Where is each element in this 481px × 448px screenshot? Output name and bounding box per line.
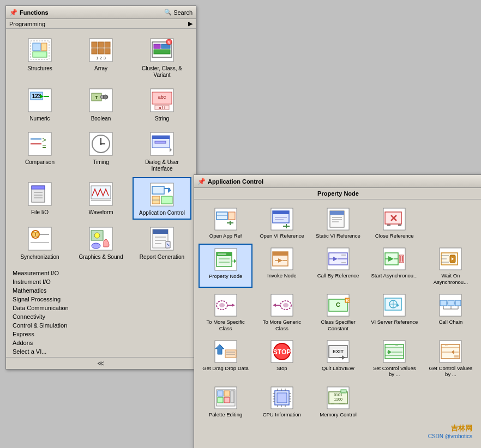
app-control-panel: 📌 Application Control Property Node Open… xyxy=(194,174,481,448)
sidebar-item-numeric[interactable]: 123 Numeric xyxy=(10,83,69,125)
svg-rect-212 xyxy=(231,391,234,403)
svg-rect-3 xyxy=(41,43,47,51)
sidebar-item-cluster[interactable]: V Cluster, Class, & Variant xyxy=(133,33,191,81)
search-button[interactable]: 🔍 Search xyxy=(164,9,193,16)
svg-rect-4 xyxy=(33,52,47,57)
svg-point-76 xyxy=(92,243,100,249)
list-item-signal[interactable]: Signal Processing xyxy=(6,295,196,304)
svg-rect-58 xyxy=(91,186,111,199)
svg-rect-168 xyxy=(440,300,447,306)
svg-point-75 xyxy=(94,233,100,238)
svg-text:0101: 0101 xyxy=(334,393,342,397)
app-item-vi-server[interactable]: VI Server Reference xyxy=(368,290,422,334)
svg-rect-9 xyxy=(92,49,97,54)
app-item-palette-editing[interactable]: Palette Editing xyxy=(199,383,252,420)
app-item-memory-control[interactable]: 0101 1100 ... Memory Control xyxy=(311,383,365,420)
svg-text:V: V xyxy=(168,40,171,44)
sidebar-item-report[interactable]: Report Generation xyxy=(133,222,191,263)
app-item-wait-async[interactable]: Wait On Asynchronou... xyxy=(424,244,478,288)
pin-icon: 📌 xyxy=(9,9,17,16)
app-item-property-node[interactable]: Property Node xyxy=(199,244,252,288)
svg-rect-79 xyxy=(153,229,168,234)
svg-rect-88 xyxy=(229,212,235,220)
programming-subtitle: Programming ▶ xyxy=(6,19,196,29)
list-item-connectivity[interactable]: Connectivity xyxy=(6,312,196,321)
sidebar-item-sync[interactable]: ! Synchronization xyxy=(10,222,69,263)
sidebar-item-graphics[interactable]: Graphics & Sound xyxy=(71,222,130,263)
watermark-text2: CSDN @vrobotics xyxy=(428,433,472,439)
svg-point-29 xyxy=(103,95,107,99)
svg-rect-170 xyxy=(455,300,461,306)
app-item-to-generic[interactable]: To More Generic Class xyxy=(255,290,309,334)
app-item-start-async[interactable]: Start Asynchronou... xyxy=(368,244,422,288)
svg-rect-67 xyxy=(28,227,51,250)
svg-point-153 xyxy=(283,303,288,307)
svg-rect-2 xyxy=(33,43,40,51)
list-item-addons[interactable]: Addons xyxy=(6,338,196,347)
svg-text:STOP: STOP xyxy=(273,348,291,356)
app-item-empty-top xyxy=(424,204,478,241)
sidebar-item-waveform[interactable]: Waveform xyxy=(71,177,130,220)
svg-rect-215 xyxy=(277,393,287,403)
app-item-close-ref[interactable]: Close Reference xyxy=(368,204,422,241)
sidebar-item-timing[interactable]: Timing xyxy=(71,127,130,175)
app-item-drag-drop[interactable]: Get Drag Drop Data xyxy=(199,336,252,380)
sidebar-item-string[interactable]: abc a f ì String xyxy=(133,83,191,125)
list-item-measurement[interactable]: Measurement I/O xyxy=(6,269,196,277)
svg-rect-208 xyxy=(218,391,223,396)
arrow-icon: ▶ xyxy=(188,20,193,27)
svg-rect-209 xyxy=(224,391,230,396)
svg-rect-179 xyxy=(225,350,236,358)
app-item-invoke-node[interactable]: Invoke Node xyxy=(255,244,309,288)
list-item-instrument[interactable]: Instrument I/O xyxy=(6,277,196,286)
panel-footer-arrows[interactable]: ≪ xyxy=(6,357,196,369)
sidebar-item-dialog[interactable]: Dialog & User Interface xyxy=(133,127,191,175)
svg-rect-15 xyxy=(154,44,160,49)
sidebar-item-appcontrol[interactable]: Application Control xyxy=(133,177,191,220)
app-pin-icon: 📌 xyxy=(197,178,206,185)
svg-rect-7 xyxy=(98,42,104,47)
list-item-express[interactable]: Express xyxy=(6,330,196,338)
svg-rect-115 xyxy=(218,253,226,255)
panel-list: Measurement I/O Instrument I/O Mathemati… xyxy=(6,268,196,357)
app-item-to-specific[interactable]: To More Specific Class xyxy=(199,290,252,334)
app-item-call-by-ref[interactable]: Call By Reference xyxy=(311,244,365,288)
svg-rect-6 xyxy=(92,42,97,47)
sidebar-item-fileio[interactable]: File I/O xyxy=(10,177,69,220)
list-item-mathematics[interactable]: Mathematics xyxy=(6,286,196,295)
app-item-get-control[interactable]: ← Get Control Values by ... xyxy=(424,336,478,380)
app-item-open-vi-ref[interactable]: Open VI Reference xyxy=(255,204,309,241)
watermark-text1: 吉林网 xyxy=(428,423,472,433)
app-control-titlebar: 📌 Application Control xyxy=(194,175,481,188)
list-item-select-vi[interactable]: Select a VI... xyxy=(6,347,196,356)
svg-rect-120 xyxy=(273,252,288,256)
app-item-open-app-ref[interactable]: Open App Ref xyxy=(199,204,252,241)
app-item-set-control[interactable]: → Set Control Values by ... xyxy=(368,336,422,380)
app-item-quit-labview[interactable]: EXIT Quit LabVIEW xyxy=(311,336,365,380)
app-item-cpu-info[interactable]: CPU Information xyxy=(255,383,309,420)
svg-rect-100 xyxy=(330,211,344,215)
svg-rect-86 xyxy=(217,212,227,220)
svg-rect-53 xyxy=(32,186,45,189)
svg-rect-210 xyxy=(218,397,223,403)
svg-rect-205 xyxy=(454,355,459,358)
sidebar-item-boolean[interactable]: T Boolean xyxy=(71,83,130,125)
functions-grid: Structures 1 2 3 Array xyxy=(6,29,196,268)
list-item-data-comm[interactable]: Data Communication xyxy=(6,304,196,312)
svg-text:...: ... xyxy=(342,389,345,393)
search-icon: 🔍 xyxy=(164,9,172,16)
svg-rect-66 xyxy=(161,196,172,204)
app-item-call-chain[interactable]: Call Chain xyxy=(424,290,478,334)
svg-text:a f ì: a f ì xyxy=(159,106,165,110)
list-item-control-sim[interactable]: Control & Simulation xyxy=(6,321,196,330)
app-item-stop[interactable]: STOP Stop xyxy=(255,336,309,380)
svg-rect-136 xyxy=(399,255,404,263)
functions-panel: 📌 Functions 🔍 Search Programming ▶ Struc… xyxy=(5,5,196,370)
svg-text:K: K xyxy=(346,298,349,303)
app-item-static-vi-ref[interactable]: Static VI Reference xyxy=(311,204,365,241)
sidebar-item-structures[interactable]: Structures xyxy=(10,33,69,81)
sidebar-item-comparison[interactable]: > = Comparison xyxy=(10,127,69,175)
app-item-class-specifier[interactable]: C K Class Specifier Constant xyxy=(311,290,365,334)
svg-rect-93 xyxy=(273,211,289,214)
sidebar-item-array[interactable]: 1 2 3 Array xyxy=(71,33,130,81)
